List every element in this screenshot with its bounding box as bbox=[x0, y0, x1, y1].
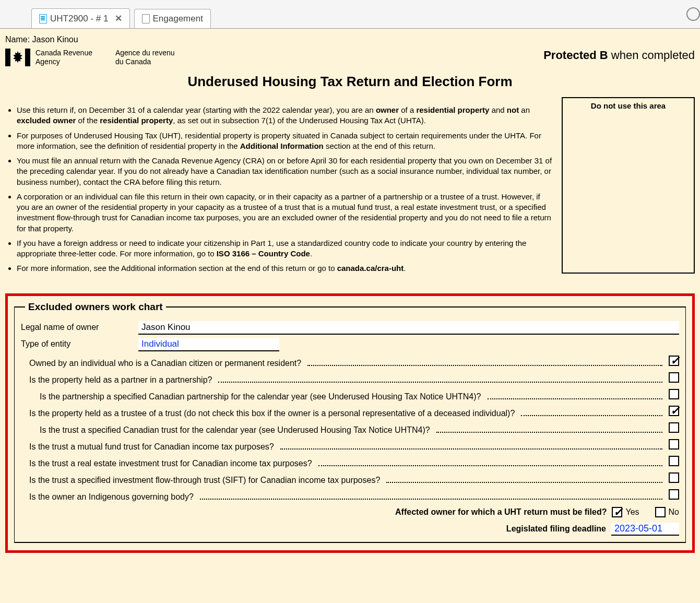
question-checkbox[interactable] bbox=[669, 389, 679, 399]
work-chart-legend: Excluded owners work chart bbox=[25, 301, 166, 313]
name-line: Name: Jason Kinou bbox=[5, 35, 695, 44]
question-row: Owned by an individual who is a Canadian… bbox=[21, 356, 679, 368]
page-content: Name: Jason Kinou Canada Revenue Agency … bbox=[0, 29, 700, 563]
question-row: Is the trust a specified investment flow… bbox=[21, 472, 679, 485]
protected-rest: when completed bbox=[608, 49, 695, 62]
leader-dots bbox=[521, 409, 662, 416]
tab-label: Engagement bbox=[153, 14, 203, 24]
question-checkbox[interactable] bbox=[669, 422, 679, 433]
agency-block: Canada Revenue Agency Agence du revenu d… bbox=[5, 49, 175, 66]
affected-yes-checkbox[interactable] bbox=[612, 507, 622, 517]
question-label: Is the property held as a trustee of a t… bbox=[29, 409, 515, 418]
deadline-label: Legislated filing deadline bbox=[506, 524, 606, 534]
legal-name-label: Legal name of owner bbox=[21, 323, 138, 332]
deadline-row: Legislated filing deadline 2023-05-01 bbox=[21, 523, 679, 536]
question-checkbox[interactable] bbox=[669, 439, 679, 450]
question-row: Is the property held as a partner in a p… bbox=[21, 372, 679, 385]
name-label: Name: bbox=[5, 35, 30, 44]
bullet-4: A corporation or an individual can file … bbox=[17, 192, 554, 234]
header-row: Canada Revenue Agency Agence du revenu d… bbox=[5, 49, 695, 66]
do-not-use-label: Do not use this area bbox=[591, 101, 666, 110]
protected-bold: Protected B bbox=[543, 49, 608, 62]
do-not-use-area: Do not use this area bbox=[562, 97, 695, 274]
tab-engagement[interactable]: Engagement bbox=[134, 9, 211, 28]
document-icon bbox=[39, 14, 47, 23]
no-label: No bbox=[669, 507, 679, 517]
intro-section: Use this return if, on December 31 of a … bbox=[5, 97, 695, 286]
close-icon[interactable]: ✕ bbox=[115, 13, 122, 24]
question-label: Is the owner an Indigenous governing bod… bbox=[29, 492, 194, 502]
question-checkbox[interactable] bbox=[669, 356, 679, 366]
question-row: Is the trust a mutual fund trust for Can… bbox=[21, 439, 679, 452]
leader-dots bbox=[218, 376, 662, 383]
affected-owner-row: Affected owner for which a UHT return mu… bbox=[21, 507, 679, 517]
bullet-5: If you have a foreign address or need to… bbox=[17, 238, 554, 259]
question-label: Is the trust a mutual fund trust for Can… bbox=[29, 442, 274, 452]
bullet-3: You must file an annual return with the … bbox=[17, 156, 554, 187]
form-title: Underused Housing Tax Return and Electio… bbox=[5, 74, 695, 90]
question-row: Is the property held as a trustee of a t… bbox=[21, 406, 679, 418]
entity-type-field[interactable]: Individual bbox=[138, 338, 279, 351]
bullet-1: Use this return if, on December 31 of a … bbox=[17, 105, 554, 126]
deadline-field[interactable]: 2023-05-01 bbox=[611, 523, 679, 536]
legal-name-field[interactable]: Jason Kinou bbox=[138, 321, 679, 335]
question-row: Is the trust a specified Canadian trust … bbox=[21, 422, 679, 435]
entity-type-row: Type of entity Individual bbox=[21, 338, 679, 351]
yes-label: Yes bbox=[625, 507, 639, 517]
highlighted-region: Excluded owners work chart Legal name of… bbox=[5, 293, 695, 553]
agency-fr-1: Agence du revenu bbox=[115, 49, 175, 57]
leader-dots bbox=[318, 459, 662, 466]
name-value: Jason Kinou bbox=[32, 35, 78, 44]
tab-uht2900[interactable]: UHT2900 - # 1 ✕ bbox=[31, 8, 130, 28]
question-label: Is the property held as a partner in a p… bbox=[29, 375, 212, 385]
tab-label: UHT2900 - # 1 bbox=[50, 14, 109, 24]
question-label: Is the trust a specified investment flow… bbox=[29, 476, 380, 485]
agency-fr-2: du Canada bbox=[115, 57, 175, 66]
intro-bullets: Use this return if, on December 31 of a … bbox=[5, 105, 554, 278]
leader-dots bbox=[280, 443, 662, 450]
leader-dots bbox=[307, 359, 662, 366]
agency-en-2: Agency bbox=[35, 57, 92, 66]
question-label: Owned by an individual who is a Canadian… bbox=[29, 359, 301, 368]
agency-en-1: Canada Revenue bbox=[35, 49, 92, 57]
question-checkbox[interactable] bbox=[669, 489, 679, 500]
affected-owner-label: Affected owner for which a UHT return mu… bbox=[395, 507, 607, 517]
affected-no-checkbox[interactable] bbox=[655, 507, 666, 517]
agency-text: Canada Revenue Agency Agence du revenu d… bbox=[35, 49, 175, 66]
leader-dots bbox=[200, 493, 662, 500]
question-label: Is the trust a specified Canadian trust … bbox=[40, 425, 430, 435]
question-row: Is the trust a real estate investment tr… bbox=[21, 456, 679, 468]
protected-label: Protected B when completed bbox=[543, 49, 695, 62]
question-label: Is the trust a real estate investment tr… bbox=[29, 459, 312, 468]
excluded-owners-work-chart: Excluded owners work chart Legal name of… bbox=[14, 301, 686, 543]
bullet-2: For purposes of Underused Housing Tax (U… bbox=[17, 131, 554, 152]
question-row: Is the owner an Indigenous governing bod… bbox=[21, 489, 679, 502]
question-row: Is the partnership a specified Canadian … bbox=[21, 389, 679, 401]
leader-dots bbox=[488, 393, 663, 399]
canada-flag-icon bbox=[5, 49, 30, 66]
question-label: Is the partnership a specified Canadian … bbox=[40, 392, 481, 401]
entity-type-label: Type of entity bbox=[21, 339, 138, 349]
leader-dots bbox=[386, 476, 662, 483]
question-checkbox[interactable] bbox=[669, 372, 679, 383]
leader-dots bbox=[436, 426, 662, 433]
question-checkbox[interactable] bbox=[669, 406, 679, 416]
question-checkbox[interactable] bbox=[669, 472, 679, 483]
question-checkbox[interactable] bbox=[669, 456, 679, 466]
document-icon bbox=[142, 14, 150, 23]
bullet-6: For more information, see the Additional… bbox=[17, 263, 554, 274]
legal-name-row: Legal name of owner Jason Kinou bbox=[21, 321, 679, 335]
tab-bar: UHT2900 - # 1 ✕ Engagement bbox=[0, 0, 700, 29]
